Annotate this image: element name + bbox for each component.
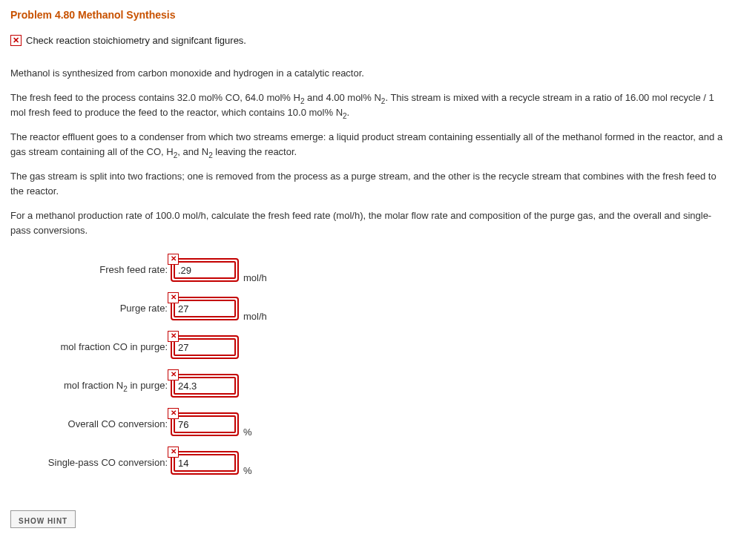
incorrect-icon: ✕ <box>168 408 179 419</box>
feedback-message: Check reaction stoichiometry and signifc… <box>26 33 246 48</box>
fresh-feed-rate-input[interactable] <box>174 261 236 279</box>
incorrect-icon: ✕ <box>168 369 179 381</box>
show-hint-button[interactable]: SHOW HINT <box>10 510 76 528</box>
answer-label: mol fraction N2 in purge: <box>13 378 171 393</box>
text-fragment: , and N <box>177 146 208 157</box>
answer-label: Single-pass CO conversion: <box>13 455 171 470</box>
paragraph-2: The fresh feed to the process contains 3… <box>10 90 731 119</box>
answer-unit: mol/h <box>239 309 267 329</box>
incorrect-icon: ✕ <box>168 331 179 342</box>
answer-field: ✕ <box>171 451 239 475</box>
incorrect-icon: ✕ <box>168 292 179 303</box>
answer-row: Purge rate:✕mol/h <box>13 289 731 328</box>
answer-unit <box>239 401 243 405</box>
answer-row: mol fraction N2 in purge:✕ <box>13 366 731 405</box>
paragraph-1: Methanol is synthesized from carbon mono… <box>10 66 731 81</box>
answer-unit <box>239 362 243 366</box>
incorrect-icon: ✕ <box>10 35 22 46</box>
purge-rate-input[interactable] <box>174 300 236 317</box>
paragraph-5: For a methanol production rate of 100.0 … <box>10 208 731 237</box>
answer-label: mol fraction CO in purge: <box>13 340 171 355</box>
overall-co-conversion-input[interactable] <box>174 415 236 433</box>
answer-field: ✕ <box>171 335 239 359</box>
answer-unit: % <box>239 425 252 444</box>
answers-block: Fresh feed rate:✕mol/hPurge rate:✕mol/hm… <box>13 251 731 482</box>
paragraph-4: The gas stream is split into two fractio… <box>10 169 731 198</box>
answer-row: Single-pass CO conversion:✕% <box>13 444 731 482</box>
answer-field: ✕ <box>171 374 239 398</box>
text-fragment: and 4.00 mol% N <box>304 92 381 103</box>
answer-unit: mol/h <box>239 271 267 290</box>
paragraph-3: The reactor effluent goes to a condenser… <box>10 130 731 159</box>
answer-row: Fresh feed rate:✕mol/h <box>13 251 731 289</box>
answer-row: mol fraction CO in purge:✕ <box>13 328 731 366</box>
text-fragment: leaving the reactor. <box>213 146 297 157</box>
answer-field: ✕ <box>171 297 239 320</box>
text-fragment: . <box>347 107 350 118</box>
incorrect-icon: ✕ <box>168 447 179 458</box>
answer-unit: % <box>239 464 252 483</box>
answer-field: ✕ <box>171 258 239 282</box>
answer-label: Purge rate: <box>13 301 171 316</box>
text-fragment: The reactor effluent goes to a condenser… <box>10 131 722 157</box>
mol-fraction-co-input[interactable] <box>174 338 236 356</box>
feedback-row: ✕ Check reaction stoichiometry and signi… <box>10 33 731 48</box>
single-pass-co-conversion-input[interactable] <box>174 454 236 472</box>
incorrect-icon: ✕ <box>168 254 179 265</box>
problem-title: Problem 4.80 Methanol Synthesis <box>10 7 731 23</box>
answer-label: Overall CO conversion: <box>13 417 171 432</box>
mol-fraction-n2-input[interactable] <box>174 377 236 395</box>
text-fragment: The fresh feed to the process contains 3… <box>10 92 300 103</box>
answer-row: Overall CO conversion:✕% <box>13 405 731 444</box>
answer-field: ✕ <box>171 412 239 436</box>
answer-label: Fresh feed rate: <box>13 263 171 277</box>
